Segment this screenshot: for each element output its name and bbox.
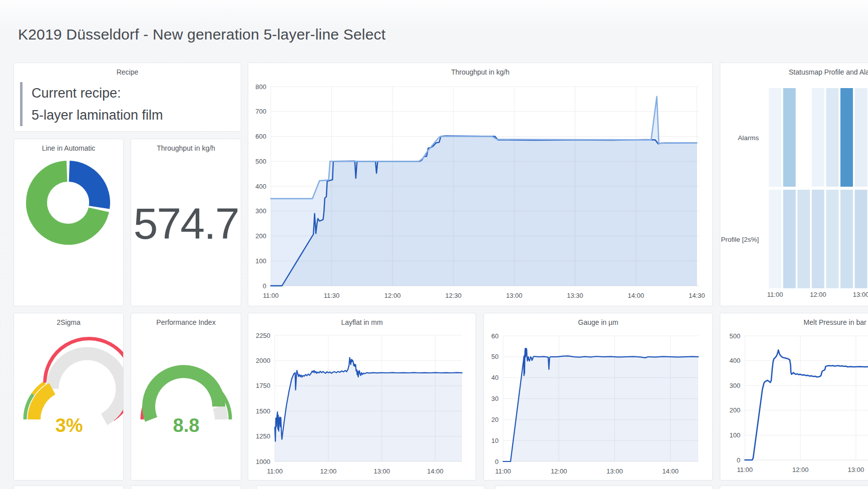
svg-text:100: 100	[255, 257, 266, 265]
svg-text:12:00: 12:00	[320, 467, 337, 475]
svg-text:13:00: 13:00	[607, 467, 623, 475]
panel-melt-pressure: Melt Pressure in bar 010020030040050011:…	[720, 313, 868, 480]
panel-layflat: Layflat in mm 10001250150017502000225011…	[248, 313, 476, 480]
panel-performance-index: Performance Index 8.8	[131, 313, 241, 480]
svg-text:Profile [2s%]: Profile [2s%]	[721, 236, 759, 243]
dashboard-title: K2019 Düsseldorf - New generation 5-laye…	[18, 26, 385, 43]
svg-text:20: 20	[492, 416, 499, 423]
svg-text:11:00: 11:00	[495, 467, 511, 475]
performance-index-gauge: 8.8	[131, 313, 241, 480]
panel-2sigma: 2Sigma 3%	[14, 313, 124, 480]
svg-text:13:00: 13:00	[853, 291, 868, 298]
svg-text:0: 0	[495, 458, 499, 465]
svg-text:13:00: 13:00	[848, 466, 864, 473]
panel-next-row-2	[131, 485, 241, 489]
gauge-um-timeseries-chart[interactable]: 010203040506011:0012:0013:0014:00	[484, 313, 713, 480]
svg-text:1000: 1000	[256, 458, 270, 465]
svg-text:400: 400	[729, 357, 740, 364]
statusmap-chart[interactable]: AlarmsProfile [2s%]11:0012:0013:00	[720, 63, 868, 306]
panel-recipe: Recipe Current recipe: 5-layer laminatio…	[14, 63, 241, 132]
svg-text:1500: 1500	[256, 407, 270, 415]
panel-title-throughput-stat[interactable]: Throughput in kg/h	[131, 144, 241, 152]
svg-text:60: 60	[492, 332, 499, 340]
panel-title-recipe[interactable]: Recipe	[14, 68, 241, 76]
panel-throughput-chart: Throughput in kg/h 010020030040050060070…	[248, 63, 713, 306]
svg-text:1250: 1250	[256, 432, 270, 440]
svg-text:11:00: 11:00	[737, 466, 753, 473]
svg-text:0: 0	[737, 456, 740, 464]
svg-text:8.8: 8.8	[173, 415, 200, 436]
layflat-timeseries-chart[interactable]: 10001250150017502000225011:0012:0013:001…	[248, 313, 476, 480]
svg-text:100: 100	[729, 431, 740, 439]
panel-statusmap: Statusmap Profile and Alarms AlarmsProfi…	[720, 63, 868, 306]
line-in-automatic-donut-chart[interactable]	[14, 139, 124, 306]
svg-text:500: 500	[255, 158, 266, 165]
svg-text:13:00: 13:00	[506, 292, 523, 299]
recipe-line-1: Current recipe:	[32, 82, 163, 104]
svg-text:14:00: 14:00	[427, 467, 444, 475]
svg-text:2250: 2250	[256, 332, 270, 339]
svg-text:11:00: 11:00	[263, 292, 279, 299]
throughput-timeseries-chart[interactable]: 010020030040050060070080011:0011:3012:00…	[248, 63, 713, 306]
panel-gauge-um: Gauge in µm 010203040506011:0012:0013:00…	[484, 313, 713, 480]
svg-text:50: 50	[492, 353, 499, 360]
svg-text:13:30: 13:30	[567, 292, 584, 299]
svg-text:300: 300	[255, 207, 266, 215]
svg-text:600: 600	[255, 133, 266, 140]
throughput-stat-value: 574.7	[131, 198, 241, 253]
svg-text:10: 10	[492, 437, 499, 444]
svg-text:800: 800	[255, 83, 266, 91]
panel-next-row-4	[496, 485, 713, 489]
svg-text:3%: 3%	[56, 415, 83, 436]
svg-text:14:00: 14:00	[662, 467, 679, 475]
svg-text:14:30: 14:30	[689, 292, 705, 299]
svg-text:40: 40	[492, 374, 499, 381]
svg-text:Alarms: Alarms	[738, 134, 759, 142]
recipe-quote: Current recipe: 5-layer lamination film	[20, 82, 163, 126]
svg-text:400: 400	[255, 183, 266, 190]
svg-text:500: 500	[729, 332, 740, 340]
svg-text:200: 200	[255, 232, 266, 240]
panel-throughput-stat: Throughput in kg/h 574.7	[131, 139, 241, 306]
recipe-line-2: 5-layer lamination film	[32, 104, 163, 126]
panel-next-row-3	[256, 485, 485, 489]
svg-text:12:00: 12:00	[384, 292, 401, 299]
svg-text:14:00: 14:00	[628, 292, 644, 299]
panel-next-row-1	[14, 485, 124, 489]
svg-text:1750: 1750	[256, 382, 270, 389]
svg-text:12:00: 12:00	[551, 467, 567, 475]
panel-next-row-5	[720, 485, 868, 489]
panel-line-in-automatic: Line in Automatic	[14, 139, 124, 306]
melt-pressure-timeseries-chart[interactable]: 010020030040050011:0012:0013:0014:00	[720, 313, 868, 480]
svg-text:12:30: 12:30	[445, 292, 462, 299]
svg-text:11:00: 11:00	[767, 291, 783, 298]
svg-text:300: 300	[729, 382, 740, 389]
svg-text:13:00: 13:00	[373, 467, 390, 475]
svg-text:12:00: 12:00	[792, 466, 809, 473]
svg-text:200: 200	[729, 406, 740, 414]
svg-text:700: 700	[255, 108, 266, 115]
svg-text:12:00: 12:00	[810, 291, 826, 298]
svg-text:11:00: 11:00	[267, 467, 283, 475]
svg-text:11:30: 11:30	[324, 292, 340, 299]
svg-text:30: 30	[492, 395, 499, 402]
sigma2-gauge: 3%	[14, 313, 124, 480]
svg-text:0: 0	[263, 282, 266, 290]
svg-text:2000: 2000	[256, 357, 270, 364]
